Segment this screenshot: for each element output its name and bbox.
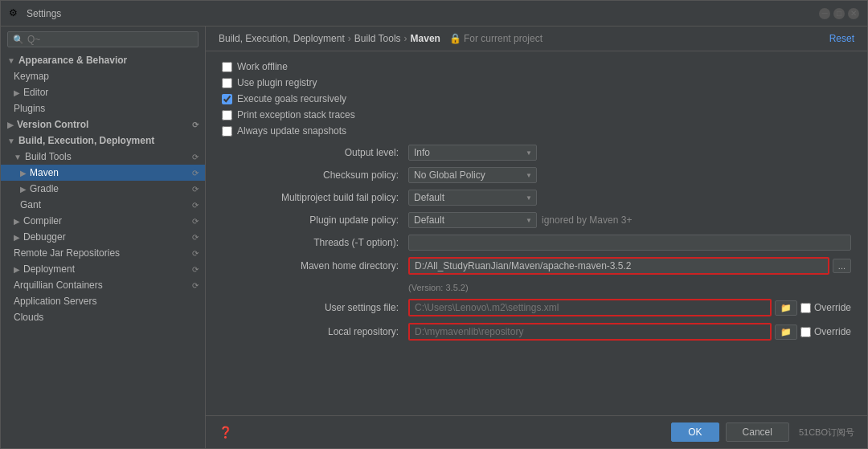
sidebar-item-label: Debugger xyxy=(23,231,66,243)
expand-arrow: ▶ xyxy=(14,88,20,97)
use-plugin-registry-label: Use plugin registry xyxy=(237,77,317,88)
plugin-update-select-wrapper: Default Always Never xyxy=(408,212,537,228)
threads-label: Threads (-T option): xyxy=(222,237,399,248)
always-update-checkbox[interactable] xyxy=(222,126,232,137)
sidebar-item-keymap[interactable]: Keymap xyxy=(1,68,205,84)
sync-icon: ⟳ xyxy=(192,185,199,194)
expand-arrow: ▶ xyxy=(14,233,20,242)
project-label: 🔒 For current project xyxy=(444,33,542,44)
execute-goals-label: Execute goals recursively xyxy=(237,93,346,104)
checkbox-work-offline[interactable]: Work offline xyxy=(222,61,851,72)
sidebar-item-debugger[interactable]: ▶ Debugger ⟳ xyxy=(1,229,205,245)
ok-button[interactable]: OK xyxy=(671,422,719,442)
checkbox-always-update[interactable]: Always update snapshots xyxy=(222,125,851,137)
sidebar-item-deployment[interactable]: ▶ Deployment ⟳ xyxy=(1,261,205,277)
user-settings-value: 📁 Override xyxy=(408,299,851,316)
sidebar-item-remote-jar[interactable]: Remote Jar Repositories ⟳ xyxy=(1,245,205,261)
output-level-value: Info Debug Warn Error xyxy=(408,145,851,161)
checksum-policy-select[interactable]: No Global Policy Fail Warn Ignore xyxy=(408,167,537,183)
sidebar-item-build-tools[interactable]: ▼ Build Tools ⟳ xyxy=(1,149,205,165)
minimize-button[interactable]: ─ xyxy=(819,8,830,19)
sync-icon: ⟳ xyxy=(192,265,199,274)
plugin-update-select[interactable]: Default Always Never xyxy=(408,212,537,228)
search-icon: 🔍 xyxy=(13,35,24,45)
sidebar-item-clouds[interactable]: Clouds xyxy=(1,309,205,325)
user-settings-override-row[interactable]: Override xyxy=(800,302,851,313)
search-box[interactable]: 🔍 xyxy=(7,31,199,47)
checkbox-use-plugin-registry[interactable]: Use plugin registry xyxy=(222,77,851,88)
ignored-label: ignored by Maven 3+ xyxy=(542,214,632,226)
local-repo-override-checkbox[interactable] xyxy=(800,327,811,337)
output-level-select[interactable]: Info Debug Warn Error xyxy=(408,145,537,161)
cancel-button[interactable]: Cancel xyxy=(726,422,789,442)
expand-arrow: ▼ xyxy=(7,137,15,145)
local-repo-browse-button[interactable]: 📁 xyxy=(775,325,797,340)
local-repo-override-row[interactable]: Override xyxy=(800,326,851,337)
sidebar-item-gant[interactable]: Gant ⟳ xyxy=(1,197,205,213)
print-exception-label: Print exception stack traces xyxy=(237,109,355,120)
reset-link[interactable]: Reset xyxy=(829,33,854,44)
settings-area: Work offline Use plugin registry Execute… xyxy=(206,51,867,415)
output-level-label: Output level: xyxy=(222,147,399,158)
sidebar-item-editor[interactable]: ▶ Editor xyxy=(1,84,205,100)
user-settings-override-label: Override xyxy=(814,302,851,313)
sidebar-item-label: Build, Execution, Deployment xyxy=(18,135,154,146)
sync-icon: ⟳ xyxy=(192,153,199,161)
maven-home-select[interactable]: D:/All_StudyRuanJian/Maven/apache-maven-… xyxy=(408,257,829,275)
sidebar-item-gradle[interactable]: ▶ Gradle ⟳ xyxy=(1,181,205,197)
sidebar-item-label: Plugins xyxy=(14,103,45,114)
sidebar-item-arquillian[interactable]: Arquillian Containers ⟳ xyxy=(1,277,205,293)
sidebar-item-plugins[interactable]: Plugins xyxy=(1,100,205,116)
settings-dialog: ⚙ Settings ─ □ ✕ 🔍 ▼ Appearance & Behavi… xyxy=(0,0,868,449)
local-repo-input[interactable] xyxy=(408,323,772,341)
maven-home-browse-button[interactable]: ... xyxy=(833,259,851,273)
threads-value xyxy=(408,235,851,251)
user-settings-label: User settings file: xyxy=(222,302,399,313)
threads-input[interactable] xyxy=(408,235,851,251)
sidebar-item-build-execution[interactable]: ▼ Build, Execution, Deployment xyxy=(1,133,205,149)
help-icon[interactable]: ❓ xyxy=(219,426,232,439)
sidebar-item-label: Version Control xyxy=(17,119,88,130)
search-input[interactable] xyxy=(27,34,193,45)
sidebar-item-compiler[interactable]: ▶ Compiler ⟳ xyxy=(1,213,205,229)
sidebar-item-label: Editor xyxy=(23,87,48,98)
execute-goals-checkbox[interactable] xyxy=(222,94,232,104)
user-settings-override-checkbox[interactable] xyxy=(800,303,811,313)
user-settings-input-row: 📁 Override xyxy=(408,299,851,316)
form-grid: Output level: Info Debug Warn Error xyxy=(222,145,851,341)
multiproject-fail-select[interactable]: Default Fail At End Never Fail xyxy=(408,190,537,206)
footer: ❓ OK Cancel 51CBO订阅号 xyxy=(206,415,867,448)
expand-arrow: ▶ xyxy=(20,169,27,178)
sidebar-item-appearance[interactable]: ▼ Appearance & Behavior xyxy=(1,52,205,68)
sidebar-item-label: Application Servers xyxy=(14,296,96,307)
maximize-button[interactable]: □ xyxy=(833,8,845,19)
checksum-policy-value: No Global Policy Fail Warn Ignore xyxy=(408,167,851,183)
sidebar-item-label: Gradle xyxy=(30,183,59,194)
checkbox-print-exception[interactable]: Print exception stack traces xyxy=(222,109,851,120)
sidebar: 🔍 ▼ Appearance & Behavior Keymap ▶ Edito… xyxy=(1,27,206,448)
main-content: 🔍 ▼ Appearance & Behavior Keymap ▶ Edito… xyxy=(1,27,867,448)
sidebar-item-label: Remote Jar Repositories xyxy=(14,247,120,259)
user-settings-browse-button[interactable]: 📁 xyxy=(775,300,797,316)
sidebar-item-version-control[interactable]: ▶ Version Control ⟳ xyxy=(1,116,205,133)
expand-arrow: ▶ xyxy=(14,265,20,274)
use-plugin-registry-checkbox[interactable] xyxy=(222,78,232,88)
sidebar-item-maven[interactable]: ▶ Maven ⟳ xyxy=(1,165,205,181)
plugin-update-value: Default Always Never ignored by Maven 3+ xyxy=(408,212,851,228)
user-settings-input[interactable] xyxy=(408,299,772,316)
local-repo-override-label: Override xyxy=(814,326,851,337)
close-button[interactable]: ✕ xyxy=(848,8,859,19)
work-offline-checkbox[interactable] xyxy=(222,62,232,72)
sidebar-item-label: Compiler xyxy=(23,215,62,227)
sidebar-item-label: Maven xyxy=(30,167,59,178)
checkbox-execute-goals[interactable]: Execute goals recursively xyxy=(222,93,851,104)
print-exception-checkbox[interactable] xyxy=(222,110,232,120)
version-label: (Version: 3.5.2) xyxy=(408,283,851,292)
plugin-update-label: Plugin update policy: xyxy=(222,214,399,226)
expand-arrow: ▶ xyxy=(14,217,20,226)
sidebar-item-app-servers[interactable]: Application Servers xyxy=(1,293,205,309)
sync-icon: ⟳ xyxy=(192,281,199,290)
sync-icon: ⟳ xyxy=(192,169,199,178)
local-repo-label: Local repository: xyxy=(222,326,399,337)
checksum-policy-label: Checksum policy: xyxy=(222,169,399,181)
